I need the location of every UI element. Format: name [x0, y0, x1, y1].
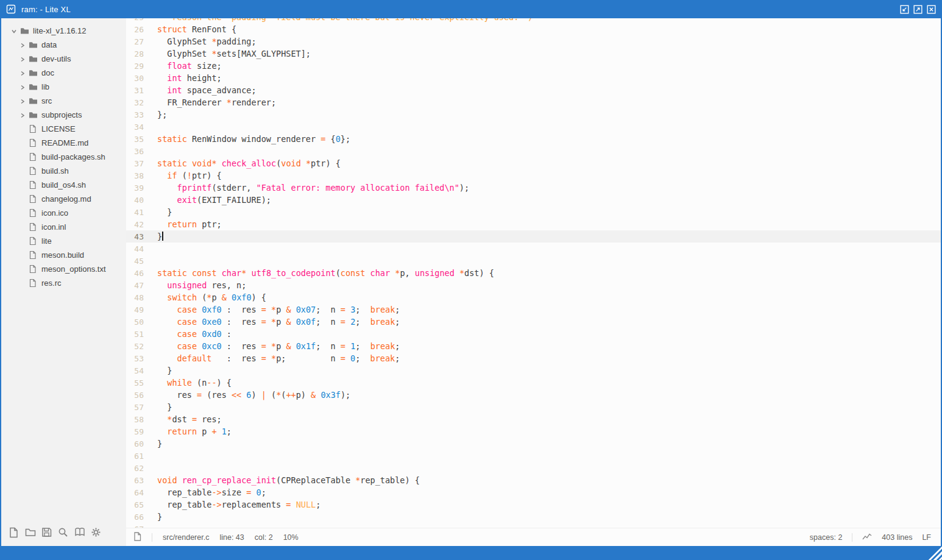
code-line-41[interactable]: 41 }	[126, 206, 941, 218]
settings-icon[interactable]	[91, 527, 102, 538]
save-icon[interactable]	[41, 527, 52, 538]
code-line-66[interactable]: 66}	[126, 511, 941, 523]
tree-folder-subprojects[interactable]: subprojects	[1, 108, 126, 122]
code-line-51[interactable]: 51 case 0xd0 :	[126, 328, 941, 340]
code-line-28[interactable]: 28 GlyphSet *sets[MAX_GLYPHSET];	[126, 48, 941, 60]
window-close-icon[interactable]	[927, 5, 936, 14]
code-line-50[interactable]: 50 case 0xe0 : res = *p & 0x0f; n = 2; b…	[126, 316, 941, 328]
code-line-53[interactable]: 53 default : res = *p; n = 0; break;	[126, 352, 941, 364]
titlebar[interactable]: ram: - Lite XL	[0, 0, 942, 18]
code-line-57[interactable]: 57 }	[126, 401, 941, 413]
window-maximize-icon[interactable]	[913, 5, 923, 14]
window-title: ram: - Lite XL	[21, 5, 71, 14]
line-number: 26	[126, 25, 147, 34]
tree-file-meson_options.txt[interactable]: meson_options.txt	[1, 262, 126, 276]
window-restore-icon[interactable]	[900, 5, 909, 14]
code-line-54[interactable]: 54 }	[126, 364, 941, 377]
file-icon	[29, 166, 38, 175]
code-line-52[interactable]: 52 case 0xc0 : res = *p & 0x1f; n = 1; b…	[126, 340, 941, 352]
file-icon	[29, 250, 38, 260]
status-total-lines[interactable]: 403 lines	[882, 533, 912, 542]
code-text: }	[147, 366, 172, 375]
code-line-55[interactable]: 55 while (n--) {	[126, 377, 941, 389]
tree-folder-src[interactable]: src	[1, 94, 126, 108]
code-text: case 0xe0 : res = *p & 0x0f; n = 2; brea…	[147, 317, 400, 327]
tree-file-README.md[interactable]: README.md	[1, 136, 126, 150]
code-line-44[interactable]: 44	[126, 243, 941, 255]
code-editor[interactable]: 25 reason the "padding" field must be th…	[126, 18, 941, 528]
code-line-63[interactable]: 63void ren_cp_replace_init(CPReplaceTabl…	[126, 474, 941, 486]
resize-grip-icon[interactable]	[927, 546, 942, 560]
line-number: 59	[126, 427, 147, 436]
tree-file-build.sh[interactable]: build.sh	[1, 164, 126, 178]
file-icon	[29, 152, 38, 161]
code-line-38[interactable]: 38 if (!ptr) {	[126, 169, 941, 182]
code-line-36[interactable]: 36	[126, 145, 941, 157]
code-line-59[interactable]: 59 return p + 1;	[126, 425, 941, 438]
tree-item-label: build.sh	[41, 166, 69, 175]
code-line-49[interactable]: 49 case 0xf0 : res = *p & 0x07; n = 3; b…	[126, 303, 941, 316]
book-icon[interactable]	[74, 527, 85, 538]
tree-file-icon.ico[interactable]: icon.ico	[1, 206, 126, 220]
code-line-42[interactable]: 42 return ptr;	[126, 218, 941, 230]
code-line-61[interactable]: 61	[126, 450, 941, 462]
code-line-40[interactable]: 40 exit(EXIT_FAILURE);	[126, 194, 941, 206]
status-line[interactable]: line: 43	[219, 533, 244, 542]
tree-file-build-packages.sh[interactable]: build-packages.sh	[1, 150, 126, 164]
tree-root-lite-xl_v1.16.12[interactable]: lite-xl_v1.16.12	[1, 24, 126, 38]
code-text: int height;	[147, 73, 222, 83]
tree-file-icon.inl[interactable]: icon.inl	[1, 220, 126, 234]
chevron-right-icon	[19, 83, 26, 90]
code-text: default : res = *p; n = 0; break;	[147, 353, 400, 363]
search-icon[interactable]	[58, 527, 69, 538]
code-line-25[interactable]: 25 reason the "padding" field must be th…	[126, 18, 941, 23]
code-line-31[interactable]: 31 int space_advance;	[126, 84, 941, 96]
code-line-33[interactable]: 33};	[126, 108, 941, 121]
code-line-65[interactable]: 65 rep_table->replacements = NULL;	[126, 498, 941, 511]
code-line-46[interactable]: 46static const char* utf8_to_codepoint(c…	[126, 267, 941, 279]
code-line-48[interactable]: 48 switch (*p & 0xf0) {	[126, 291, 941, 303]
code-line-62[interactable]: 62	[126, 462, 941, 474]
code-line-43[interactable]: 43}	[126, 230, 941, 243]
code-line-34[interactable]: 34	[126, 121, 941, 133]
tree-file-changelog.md[interactable]: changelog.md	[1, 192, 126, 206]
tree-file-lite[interactable]: lite	[1, 234, 126, 248]
file-icon	[29, 208, 38, 218]
code-line-60[interactable]: 60}	[126, 438, 941, 450]
code-line-35[interactable]: 35static RenWindow window_renderer = {0}…	[126, 133, 941, 145]
code-line-26[interactable]: 26struct RenFont {	[126, 23, 941, 35]
code-line-58[interactable]: 58 *dst = res;	[126, 413, 941, 425]
status-spaces[interactable]: spaces: 2	[810, 533, 843, 542]
code-text: FR_Renderer *renderer;	[147, 97, 276, 107]
status-col[interactable]: col: 2	[255, 533, 273, 542]
tree-folder-dev-utils[interactable]: dev-utils	[1, 52, 126, 66]
tree-item-label: subprojects	[41, 110, 82, 119]
status-line-ending[interactable]: LF	[922, 533, 931, 542]
file-icon	[29, 138, 38, 147]
line-number: 36	[126, 147, 147, 156]
code-line-64[interactable]: 64 rep_table->size = 0;	[126, 486, 941, 498]
code-line-67[interactable]: 67	[126, 523, 941, 528]
code-line-56[interactable]: 56 res = (res << 6) | (*(++p) & 0x3f);	[126, 389, 941, 401]
code-line-45[interactable]: 45	[126, 255, 941, 267]
tree-file-res.rc[interactable]: res.rc	[1, 276, 126, 290]
code-line-47[interactable]: 47 unsigned res, n;	[126, 279, 941, 291]
line-number: 45	[126, 257, 147, 266]
tree-folder-data[interactable]: data	[1, 38, 126, 52]
code-line-32[interactable]: 32 FR_Renderer *renderer;	[126, 96, 941, 108]
line-number: 28	[126, 49, 147, 58]
new-file-icon[interactable]	[9, 527, 19, 538]
status-scroll-percent[interactable]: 10%	[283, 533, 299, 542]
tree-file-meson.build[interactable]: meson.build	[1, 248, 126, 262]
code-line-39[interactable]: 39 fprintf(stderr, "Fatal error: memory …	[126, 182, 941, 194]
tree-folder-lib[interactable]: lib	[1, 80, 126, 94]
code-line-37[interactable]: 37static void* check_alloc(void *ptr) {	[126, 157, 941, 169]
editor-pane: 25 reason the "padding" field must be th…	[126, 18, 941, 546]
code-line-30[interactable]: 30 int height;	[126, 72, 941, 84]
code-line-29[interactable]: 29 float size;	[126, 60, 941, 72]
tree-file-LICENSE[interactable]: LICENSE	[1, 122, 126, 136]
tree-folder-doc[interactable]: doc	[1, 66, 126, 80]
code-line-27[interactable]: 27 GlyphSet *padding;	[126, 35, 941, 48]
tree-file-build_os4.sh[interactable]: build_os4.sh	[1, 178, 126, 192]
open-folder-icon[interactable]	[25, 527, 36, 538]
